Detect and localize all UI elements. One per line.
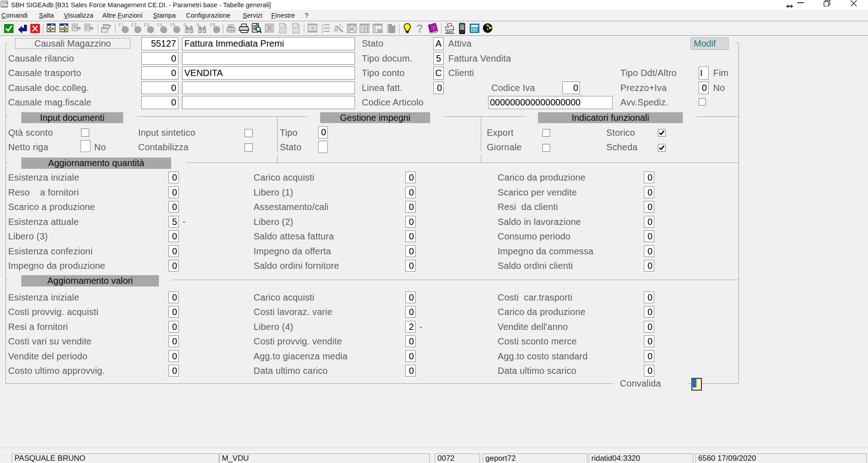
svg-text:1: 1 — [380, 29, 383, 33]
svg-text:+a+: +a+ — [309, 26, 316, 30]
svg-text:XML: XML — [292, 28, 299, 32]
svg-text:CSV: CSV — [279, 28, 286, 32]
svg-text:N: N — [486, 24, 489, 28]
svg-text:1: 1 — [321, 24, 323, 27]
svg-text:2: 2 — [321, 27, 323, 30]
svg-text:3: 3 — [321, 30, 323, 33]
